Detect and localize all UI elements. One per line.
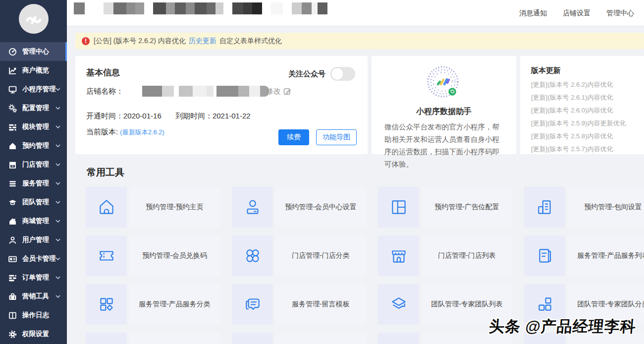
tetris-icon: [536, 295, 554, 314]
sidebar-item-users[interactable]: 用户管理: [0, 230, 67, 249]
common-tools-title: 常用工具: [87, 166, 644, 179]
header-link-notifications[interactable]: 消息通知: [519, 9, 547, 18]
tool-label: 服务管理-产品服务分类: [129, 284, 220, 325]
latest-version-link[interactable]: (最新版本2.6.2): [120, 128, 164, 136]
sidebar-item-mall[interactable]: 商城管理: [0, 212, 67, 230]
tool-label: 门店管理-门店列表: [422, 235, 512, 276]
chevron-down-icon: [55, 295, 60, 298]
redacted-breadcrumb: [74, 2, 327, 14]
sidebar: 管理中心 商户概览 小程序管理 配置管理 模块管理 预约管理: [0, 0, 67, 344]
header-links: 消息通知 店铺设置 管理中心: [519, 0, 634, 26]
blocks-icon: [97, 295, 116, 314]
open-time-label: 开通时间：: [86, 112, 123, 120]
tool-label: 预约管理-会员中心设置: [275, 187, 366, 228]
tool-label: 预约管理-包间设置: [568, 187, 644, 228]
sidebar-item-membership-cards[interactable]: 会员卡管理: [0, 249, 67, 268]
orders-icon: [8, 274, 17, 282]
tool-member-center-settings[interactable]: 预约管理-会员中心设置: [232, 187, 366, 228]
chevron-down-icon: [55, 163, 60, 166]
header-link-shop-settings[interactable]: 店铺设置: [563, 9, 590, 18]
renew-button[interactable]: 续费: [278, 129, 309, 145]
toggle-knob: [331, 67, 344, 80]
sidebar-item-label: 用户管理: [22, 235, 49, 244]
modules-icon: [8, 123, 17, 131]
wave-logo-icon: [23, 8, 44, 29]
menu-lines-icon: [8, 179, 17, 188]
tool-card-partial[interactable]: [232, 333, 366, 344]
version-update-item: [更新](版本号 2.6.1)内容优化: [531, 91, 644, 104]
chevron-down-icon: [55, 144, 60, 147]
announcement-bar: ! [公告] (版本号 2.6.2) 内容优化 历史更新 自定义表单样式优化: [75, 33, 644, 49]
tool-store-list[interactable]: 门店管理-门店列表: [378, 235, 512, 276]
shop-avatar[interactable]: [19, 4, 49, 34]
ticket-icon: [97, 246, 116, 265]
chevron-down-icon: [55, 201, 60, 204]
expire-time-label: 到期时间：: [175, 112, 213, 120]
sidebar-item-label: 权限设置: [22, 330, 49, 339]
layout-icon: [389, 198, 408, 217]
follow-official-label: 关注公众号: [288, 69, 325, 79]
layers-icon: [389, 295, 408, 314]
sidebar-item-label: 小程序管理: [22, 85, 56, 94]
document-icon: [536, 246, 554, 265]
miniprogram-assistant-card: 小程序数据助手 微信公众平台发布的官方小程序，帮助相关开发和运营人员查看自身小程…: [372, 56, 516, 154]
home-icon: [97, 198, 116, 217]
sidebar-item-permissions[interactable]: 权限设置: [0, 325, 67, 344]
storefront-icon: [389, 246, 408, 265]
tool-message-template[interactable]: 服务管理-留言模板: [232, 284, 366, 325]
chevron-down-icon: [55, 220, 60, 223]
gear-icon: [8, 330, 17, 339]
header-link-admin-center[interactable]: 管理中心: [606, 9, 634, 18]
sidebar-item-config[interactable]: 配置管理: [0, 99, 67, 117]
tool-booking-homepage[interactable]: 预约管理-预约主页: [86, 187, 220, 228]
tool-room-settings[interactable]: 预约管理-包间设置: [524, 187, 644, 228]
tool-member-redeem-code[interactable]: 预约管理-会员兑换码: [86, 235, 220, 276]
shop-name-label: 店铺名称：: [86, 87, 123, 96]
sidebar-item-label: 管理中心: [22, 47, 49, 56]
user-icon: [8, 236, 17, 244]
tool-label: 服务管理-留言模板: [275, 284, 366, 325]
open-time-value: 2020-01-16: [123, 112, 161, 120]
tool-product-service-category[interactable]: 服务管理-产品服务分类: [86, 284, 220, 325]
sidebar-item-miniprogram[interactable]: 小程序管理: [0, 80, 67, 99]
tool-label: 服务管理-产品服务列表: [568, 235, 644, 276]
sidebar-item-admin-center[interactable]: 管理中心: [0, 42, 67, 61]
follow-toggle[interactable]: [330, 67, 355, 81]
sidebar-item-orders[interactable]: 订单管理: [0, 268, 67, 287]
tool-store-category[interactable]: 门店管理-门店分类: [232, 235, 366, 276]
sidebar-item-operation-log[interactable]: 操作日志: [0, 306, 67, 325]
redacted-shop-name: [142, 86, 269, 97]
tool-product-service-list[interactable]: 服务管理-产品服务列表: [524, 235, 644, 276]
tool-label: 预约管理-预约主页: [129, 187, 220, 228]
edit-icon[interactable]: [283, 87, 291, 95]
version-update-item: [更新](版本号 2.5.7)内容优化: [531, 143, 644, 156]
gears-icon: [8, 104, 17, 113]
dashboard-icon: [8, 48, 17, 56]
sidebar-item-modules[interactable]: 模块管理: [0, 117, 67, 136]
edit-label[interactable]: 修改: [266, 87, 281, 96]
chevron-down-icon: [55, 125, 60, 128]
edit-shop-name[interactable]: 修改: [266, 87, 291, 96]
tool-card-partial[interactable]: [86, 333, 220, 344]
monitor-icon: [8, 85, 17, 94]
sidebar-item-label: 操作日志: [22, 311, 49, 320]
tool-ad-slot-config[interactable]: 预约管理-广告位配置: [378, 187, 512, 228]
sidebar-item-services[interactable]: 服务管理: [0, 174, 67, 193]
sidebar-item-label: 商城管理: [22, 217, 49, 226]
sidebar-item-merchant-overview[interactable]: 商户概览: [0, 61, 67, 80]
sidebar-item-stores[interactable]: 门店管理: [0, 155, 67, 174]
chevron-down-icon: [55, 276, 60, 279]
tool-label: 预约管理-会员兑换码: [129, 235, 220, 276]
sidebar-item-booking[interactable]: 预约管理: [0, 136, 67, 155]
chat-icon: [243, 295, 262, 314]
sidebar-item-label: 营销工具: [22, 292, 49, 301]
announcement-suffix: 自定义表单样式优化: [219, 37, 282, 46]
version-update-item: [更新](版本号 2.6.2)内容优化: [531, 78, 644, 91]
history-updates-link[interactable]: 历史更新: [189, 37, 216, 46]
sidebar-item-marketing[interactable]: 营销工具: [0, 287, 67, 306]
feature-map-button[interactable]: 功能导图: [316, 129, 357, 145]
sidebar-item-label: 模块管理: [22, 122, 49, 131]
current-version-label: 当前版本:: [86, 127, 118, 136]
assistant-description: 微信公众平台发布的官方小程序，帮助相关开发和运营人员查看自身小程序的运营数据，扫…: [372, 117, 516, 171]
sidebar-item-teams[interactable]: 团队管理: [0, 193, 67, 212]
